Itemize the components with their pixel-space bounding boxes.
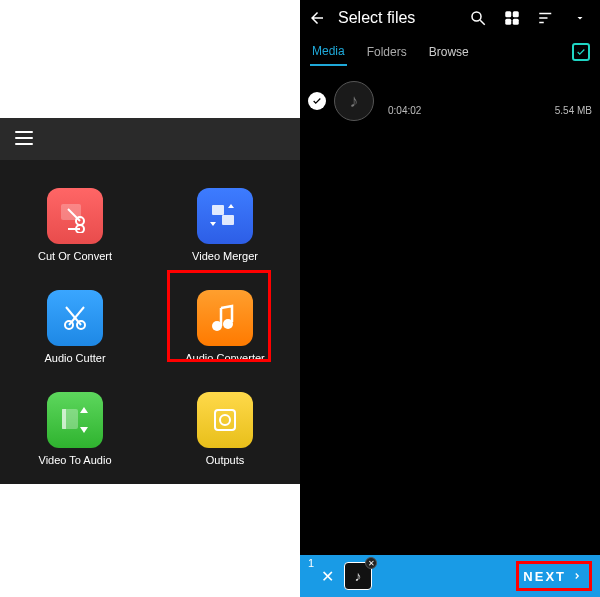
svg-rect-25 (539, 17, 547, 19)
search-icon[interactable] (468, 8, 488, 28)
file-duration: 0:04:02 (388, 105, 421, 116)
next-button-label: NEXT (523, 569, 566, 584)
topbar-actions (468, 8, 600, 28)
svg-rect-21 (513, 11, 519, 17)
tool-label: Video Merger (192, 250, 258, 262)
sort-icon[interactable] (536, 8, 556, 28)
tool-label: Outputs (206, 454, 245, 466)
chevron-right-icon (572, 571, 582, 581)
music-note-icon: ♪ (334, 81, 374, 121)
remove-file-icon[interactable]: ✕ (365, 557, 377, 569)
tool-audio-converter[interactable]: Audio Converter (165, 290, 285, 364)
page-title: Select files (338, 9, 468, 27)
merge-icon (197, 188, 253, 244)
hamburger-menu-button[interactable] (14, 127, 36, 149)
music-note-icon (197, 290, 253, 346)
tool-label: Audio Converter (185, 352, 265, 364)
film-to-audio-icon (47, 392, 103, 448)
tools-screen: Cut Or Convert Video Merger (0, 0, 300, 597)
svg-rect-5 (212, 205, 224, 215)
svg-line-9 (69, 307, 84, 325)
svg-line-10 (66, 307, 81, 325)
svg-point-11 (223, 319, 233, 329)
svg-rect-26 (539, 22, 544, 24)
clear-selection-button[interactable]: ✕ (316, 565, 338, 587)
file-selected-check-icon[interactable] (308, 92, 326, 110)
svg-rect-6 (222, 215, 234, 225)
next-button[interactable]: NEXT (515, 565, 590, 588)
scissors-icon (47, 290, 103, 346)
back-button[interactable] (300, 1, 334, 35)
tab-folders[interactable]: Folders (365, 39, 409, 65)
svg-rect-20 (505, 11, 511, 17)
svg-rect-23 (513, 19, 519, 25)
file-picker-screen: Select files Media Folders Browse (300, 0, 600, 597)
tools-dark-area: Cut Or Convert Video Merger (0, 118, 300, 484)
file-meta: 0:04:02 5.54 MB (382, 87, 592, 116)
grid-view-icon[interactable] (502, 8, 522, 28)
tool-outputs[interactable]: Outputs (165, 392, 285, 466)
selected-file-thumb[interactable]: ♪ ✕ (344, 562, 372, 590)
tool-audio-cutter[interactable]: Audio Cutter (15, 290, 135, 364)
scissors-film-icon (47, 188, 103, 244)
svg-line-19 (480, 20, 485, 25)
tool-label: Audio Cutter (44, 352, 105, 364)
svg-rect-16 (215, 410, 235, 430)
svg-point-18 (472, 12, 481, 21)
svg-rect-15 (62, 409, 66, 429)
output-icon (197, 392, 253, 448)
selection-bottom-bar: 1 ✕ ♪ ✕ NEXT (300, 555, 600, 597)
tab-browse[interactable]: Browse (427, 39, 471, 65)
svg-rect-24 (539, 13, 551, 15)
tab-media[interactable]: Media (310, 38, 347, 66)
tools-grid: Cut Or Convert Video Merger (0, 188, 300, 466)
left-topbar (0, 118, 300, 160)
file-row[interactable]: ♪ 0:04:02 5.54 MB (300, 76, 600, 126)
file-picker-topbar: Select files (300, 0, 600, 36)
dropdown-icon[interactable] (570, 8, 590, 28)
svg-rect-22 (505, 19, 511, 25)
select-all-toggle[interactable] (572, 43, 590, 61)
tool-video-merger[interactable]: Video Merger (165, 188, 285, 262)
tool-cut-or-convert[interactable]: Cut Or Convert (15, 188, 135, 262)
file-size: 5.54 MB (555, 105, 592, 116)
file-picker-tabs: Media Folders Browse (300, 36, 600, 68)
tool-video-to-audio[interactable]: Video To Audio (15, 392, 135, 466)
tool-label: Cut Or Convert (38, 250, 112, 262)
selection-count: 1 (308, 557, 314, 569)
tool-label: Video To Audio (39, 454, 112, 466)
svg-point-13 (212, 321, 222, 331)
svg-point-17 (220, 415, 230, 425)
